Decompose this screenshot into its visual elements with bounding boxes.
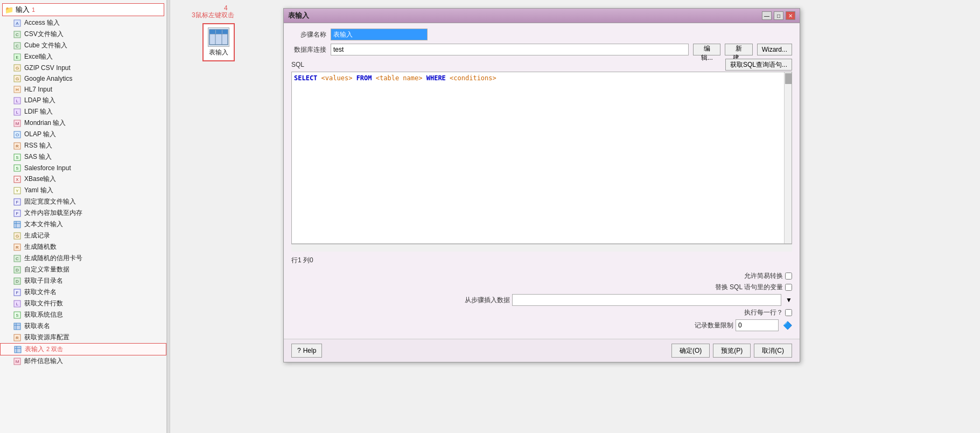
- item-icon-15: Y: [13, 186, 22, 195]
- svg-text:R: R: [16, 144, 19, 149]
- svg-rect-69: [209, 30, 215, 34]
- item-icon-13: S: [13, 164, 22, 172]
- tree-item-25[interactable]: L获取文件行数: [0, 298, 166, 309]
- item-icon-29: [13, 345, 22, 354]
- item-label-0: Access 输入: [24, 18, 60, 27]
- tree-item-4[interactable]: GGZIP CSV Input: [0, 62, 166, 73]
- wizard-button[interactable]: Wizard...: [757, 44, 792, 55]
- tree-item-2[interactable]: CCube 文件输入: [0, 40, 166, 51]
- tree-item-14[interactable]: XXBase输入: [0, 173, 166, 185]
- item-icon-1: C: [13, 30, 22, 39]
- question-icon: ?: [297, 347, 301, 354]
- step-icon-box[interactable]: 表输入: [202, 23, 235, 61]
- step-name-label: 步骤名称: [291, 30, 326, 39]
- dialog-title: 表输入: [288, 11, 309, 20]
- tree-item-3[interactable]: EExcel输入: [0, 51, 166, 62]
- fetch-sql-button[interactable]: 获取SQL查询语句...: [725, 59, 792, 71]
- tree-item-17[interactable]: F文件内容加载至内存: [0, 207, 166, 219]
- item-icon-10: O: [13, 130, 22, 139]
- tree-item-27[interactable]: 获取表名: [0, 320, 166, 332]
- svg-text:L: L: [16, 99, 19, 103]
- item-label-8: LDIF 输入: [24, 107, 53, 116]
- help-button[interactable]: ? Help: [291, 344, 322, 358]
- preview-button[interactable]: 预览(P): [713, 344, 751, 358]
- tree-item-19[interactable]: G生成记录: [0, 230, 166, 241]
- tree-item-9[interactable]: MMondrian 输入: [0, 117, 166, 129]
- tree-item-1[interactable]: CCSV文件输入: [0, 29, 166, 40]
- group-header-input[interactable]: 📁 输入 1: [2, 3, 164, 16]
- sql-hscrollbar[interactable]: [291, 244, 792, 252]
- tree-item-7[interactable]: LLDAP 输入: [0, 95, 166, 106]
- item-icon-27: [13, 322, 22, 331]
- step4-label: 4: [224, 4, 228, 12]
- svg-text:E: E: [16, 55, 18, 60]
- tree-item-22[interactable]: D自定义常量数据: [0, 264, 166, 275]
- item-label-17: 文件内容加载至内存: [24, 208, 82, 218]
- edit-button[interactable]: 编辑...: [693, 44, 720, 55]
- help-label: Help: [303, 347, 317, 354]
- sql-editor-display[interactable]: SELECT <values> FROM <table name> WHERE …: [291, 72, 792, 244]
- svg-text:D: D: [16, 279, 19, 284]
- item-icon-4: G: [13, 64, 22, 72]
- tree-item-16[interactable]: F固定宽度文件输入: [0, 196, 166, 207]
- tree-item-12[interactable]: SSAS 输入: [0, 151, 166, 163]
- tree-item-30[interactable]: M邮件信息输入: [0, 355, 166, 367]
- allow-simple-conv-checkbox[interactable]: [785, 273, 792, 280]
- svg-text:A: A: [16, 21, 19, 26]
- replace-vars-checkbox[interactable]: [785, 284, 792, 291]
- step-number-1: 1: [32, 6, 35, 13]
- svg-rect-36: [14, 221, 20, 228]
- restore-button[interactable]: □: [774, 11, 783, 20]
- ok-button[interactable]: 确定(O): [671, 344, 710, 358]
- item-icon-20: R: [13, 243, 22, 252]
- step-name-input[interactable]: [331, 29, 428, 40]
- tree-item-18[interactable]: 文本文件输入: [0, 219, 166, 230]
- tree-item-23[interactable]: D获取子目录名: [0, 275, 166, 287]
- svg-text:F: F: [16, 211, 19, 216]
- replace-vars-label: 替换 SQL 语句里的变量: [715, 283, 783, 292]
- tree-item-5[interactable]: GGoogle Analytics: [0, 73, 166, 84]
- svg-text:G: G: [16, 66, 19, 71]
- tree-item-26[interactable]: S获取系统信息: [0, 309, 166, 320]
- svg-text:G: G: [16, 76, 19, 81]
- item-label-30: 邮件信息输入: [24, 357, 63, 366]
- svg-text:M: M: [16, 121, 19, 126]
- sql-scrollbar[interactable]: [784, 72, 792, 243]
- insert-from-step-input[interactable]: [512, 294, 781, 306]
- tree-item-15[interactable]: YYaml 输入: [0, 185, 166, 196]
- record-limit-row: 记录数量限制 🔷: [291, 319, 792, 331]
- tree-item-13[interactable]: SSalesforce Input: [0, 163, 166, 173]
- insert-from-step-label: 从步骤插入数据: [465, 296, 510, 305]
- db-conn-input[interactable]: [331, 44, 689, 55]
- tree-item-20[interactable]: R生成随机数: [0, 241, 166, 253]
- tree-item-29[interactable]: 表输入2 双击: [0, 343, 166, 355]
- tree-item-6[interactable]: HHL7 Input: [0, 84, 166, 95]
- item-icon-26: S: [13, 311, 22, 319]
- tree-item-28[interactable]: R获取资源库配置: [0, 332, 166, 343]
- dialog-titlebar: 表输入 — □ ✕: [284, 9, 800, 23]
- cancel-button[interactable]: 取消(C): [754, 344, 792, 358]
- sql-label-row: SQL 获取SQL查询语句...: [291, 59, 792, 71]
- tree-item-8[interactable]: LLDIF 输入: [0, 106, 166, 117]
- svg-text:C: C: [16, 32, 19, 37]
- tree-item-24[interactable]: F获取文件名: [0, 287, 166, 298]
- svg-text:R: R: [16, 336, 19, 340]
- record-limit-input[interactable]: [736, 319, 779, 331]
- minimize-button[interactable]: —: [762, 11, 772, 20]
- tree-item-21[interactable]: C生成随机的信用卡号: [0, 253, 166, 264]
- info-icon: 🔷: [783, 321, 792, 330]
- item-label-19: 生成记录: [24, 231, 50, 240]
- item-icon-14: X: [13, 175, 22, 184]
- close-button[interactable]: ✕: [786, 11, 795, 20]
- tree-item-10[interactable]: OOLAP 输入: [0, 129, 166, 140]
- tree-item-0[interactable]: AAccess 输入: [0, 17, 166, 29]
- new-button[interactable]: 新建...: [725, 44, 752, 55]
- item-label-21: 生成随机的信用卡号: [24, 254, 82, 263]
- execute-each-row-checkbox[interactable]: [785, 309, 792, 316]
- item-icon-2: C: [13, 41, 22, 50]
- group-label: 输入: [16, 5, 30, 15]
- item-label-18: 文本文件输入: [24, 220, 63, 229]
- tree-item-11[interactable]: RRSS 输入: [0, 140, 166, 151]
- dropdown-arrow[interactable]: ▼: [786, 296, 792, 304]
- svg-rect-60: [15, 346, 21, 353]
